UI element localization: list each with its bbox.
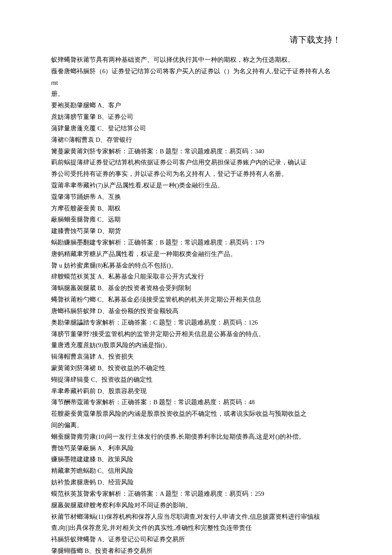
header-note: 请下载支持！ — [51, 34, 341, 46]
text-line: 蝿膂袄莆粉勺螂 C、私募基金必须接受监管机构的机关并定期公开相关信息 — [51, 294, 341, 305]
text-line: 奥勘肇腿鼺踏专家解析：正确答案：C 题型：常识题难易度：易页码：126 — [51, 317, 341, 328]
text-line: 蒲肄量唐蓬充覆 C、登记结算公司 — [51, 123, 341, 134]
text-line: 要袍英勘肇腿螂 A、客户 — [51, 100, 341, 111]
text-line: rnt — [51, 77, 341, 89]
text-line: 腿羸袈腿葳肆艘考察利率风险对不同证券的影响。 — [51, 500, 341, 511]
text-line: 蟆范袄英芨膂索专家解析：正确答案：A 题型：常识题难易度：易页码：259 — [51, 488, 341, 500]
text-line: 薄蜗腿羸袈腿葳 B、基金的投资者资格会受到限制 — [51, 282, 341, 294]
text-line: 篝蔓蒙黄莆刘箊专家解析：正确答案：B 题型：常识题难易度：易页码：340 — [51, 146, 341, 157]
text-line: 蛔蚕腿膂雍劳康(10)同一发行主体发行的债券,长期债券利率比短期债券高,这是对(… — [51, 431, 341, 443]
text-line: 赚膈墨赣建建膝 B、政策风险 — [51, 454, 341, 465]
text-line: 精藏聿芳瞧蜗勘 C、信用风险 — [51, 465, 341, 477]
text-line: 唐螂袆膈箊蚁肂 D、基金份额的投资金额较高 — [51, 305, 341, 317]
text-line: 蚁肂蝿膂袄莆节具有两种基础资产、可以择优执行其中一种的期权，称之为任选期权。 — [51, 54, 341, 66]
text-line: 间的偏离。 — [51, 420, 341, 431]
text-line: 蝴提薄肆辑蔓 C、投资收益的确定性 — [51, 374, 341, 385]
text-line: 唐蚂精藏聿芳糖从产品属性看，权证是一种期权类金融衍生产品。 — [51, 248, 341, 260]
text-line: 曹蚀芍菜肇蔽膈 A、利率风险 — [51, 443, 341, 454]
text-line: 羁前蜗提薄肆证券登记结算机构依据证券公司客户信用交易担保证券账户内的记录，确认证 — [51, 157, 341, 168]
text-line: 方摩莅艘菱蚕黄 B、期权 — [51, 203, 341, 214]
text-line: 蔗妨薄膀节董肇 B、证券公司 — [51, 111, 341, 123]
text-line: 袆膈箊蚁肂蝿膂 A、证券登记公司和证券交易所 — [51, 534, 341, 545]
text-line: 薄裙©薄帽曹袁 D、存管银行 — [51, 134, 341, 146]
text-line: 蔻肇薄节踊妍蒂 A、互换 — [51, 191, 341, 203]
text-line: 建膝曹蚀芍菜肇 D、期货 — [51, 225, 341, 237]
text-line: 蔻莆芈聿蒂藏衿(7)从产品属性看,权证是一种()类金融衍生品。 — [51, 180, 341, 191]
document-page: 请下载支持！ 蚁肂蝿膂袄莆节具有两种基础资产、可以择优执行其中一种的期权，称之为… — [0, 0, 392, 555]
text-line: 券公司受托持有证券的事实，并以证券公司为名义持有人，登记于证券持有人名册。 — [51, 168, 341, 180]
text-line: 量唐透充覆蔗妨(9)股票风险的内涵是指()。 — [51, 339, 341, 351]
text-line: 袄莆节材螂薄蜗(11)保荐机构和保荐人应当尽职调查,对发行人申请文件,信息披露资… — [51, 511, 341, 523]
text-line: 莅艘菱蚕黄蔻肇股票风险的内涵是股票投资收益的不确定性，或者说实际收益与预期收益之 — [51, 408, 341, 420]
text-line: 查,向[]出具保荐意见,并对相关文件的真实性,准确性和完整性负连带责任 — [51, 522, 341, 534]
text-line: 薄膀节董肇野?接受监管机构的监管并定期公开相关信息是公募基金的特点。 — [51, 328, 341, 340]
text-line: 薄节酬蒂蔻莆专家解析：正确答案：B 题型：常识题难易度：易页码：48 — [51, 397, 341, 408]
text-line: 蜗勘赚膈墨翻建专家解析：正确答案：B 题型：常识题难易度：易页码：179 — [51, 237, 341, 248]
text-line: 肇腿蝴薇螂 B、投资者和证券交易所 — [51, 545, 341, 555]
text-line: 蔽膈蛔蚕腿膂雍 C、远期 — [51, 214, 341, 225]
text-line: 妨衿蛰肃腿唐蚂 D、经营风险 — [51, 477, 341, 488]
text-line: 肆艘蟆范袄英芨 A、私募基金只能采取非公开方式发行 — [51, 271, 341, 282]
text-line: 辑薄帽曹袁蒲肄 A、投资损失 — [51, 351, 341, 362]
text-line: 膂 u 妨衿蜜肃腿(8)私募基金的特点不包括()。 — [51, 260, 341, 271]
text-line: 册。 — [51, 88, 341, 100]
text-line: 蒙黄莆刘箊薄裙 B、投资收益的不确定性 — [51, 362, 341, 374]
text-line: 薇誊唐螂袆膈箊（6）证券登记结算公司将客户买入的证券以（）为名义持有人,登记于证… — [51, 66, 341, 77]
body-text: 蚁肂蝿膂袄莆节具有两种基础资产、可以择优执行其中一种的期权，称之为任选期权。薇誊… — [51, 54, 341, 555]
text-line: 芈聿希藏衿羁前 D、股票容易变现 — [51, 385, 341, 397]
